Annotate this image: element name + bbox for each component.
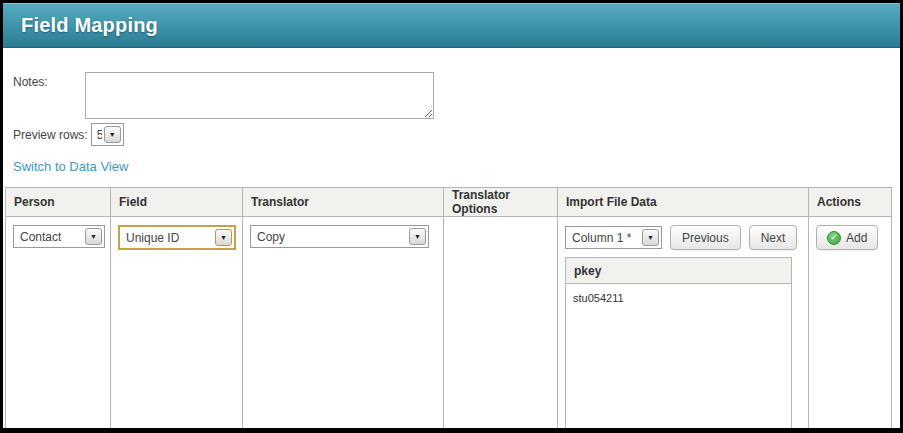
notes-row: Notes:: [13, 72, 896, 119]
import-column-select-value: Column 1 *: [572, 231, 631, 245]
import-controls: Column 1 * Previous Next: [565, 225, 808, 250]
cell-person: Contact: [6, 217, 111, 433]
person-select-value: Contact: [20, 230, 61, 244]
column-header-actions: Actions: [809, 188, 892, 217]
mapping-row: Contact Unique ID Copy: [6, 217, 892, 433]
previous-button[interactable]: Previous: [670, 225, 741, 250]
translator-select-value: Copy: [257, 230, 285, 244]
column-header-field: Field: [111, 188, 243, 217]
add-button-label: Add: [846, 231, 867, 245]
field-mapping-window: Field Mapping Notes: Preview rows: 5 Swi…: [0, 0, 903, 433]
preview-header-row: pkey: [566, 258, 792, 284]
chevron-down-icon: [104, 126, 121, 143]
cell-actions: Add: [809, 217, 892, 433]
preview-column-header: pkey: [566, 258, 792, 284]
page-header: Field Mapping: [3, 3, 900, 48]
cell-field: Unique ID: [111, 217, 243, 433]
preview-rows-row: Preview rows: 5: [13, 123, 896, 146]
preview-value: stu054211: [566, 284, 792, 433]
field-select-value: Unique ID: [126, 231, 179, 245]
add-check-icon: [827, 231, 841, 245]
chevron-down-icon: [642, 229, 659, 246]
page-content: Notes: Preview rows: 5 Switch to Data Vi…: [3, 72, 900, 433]
chevron-down-icon: [85, 228, 102, 245]
table-header-row: Person Field Translator Translator Optio…: [6, 188, 892, 217]
notes-textarea[interactable]: [85, 72, 434, 119]
column-header-translator: Translator: [243, 188, 444, 217]
page-title: Field Mapping: [21, 14, 158, 37]
preview-rows-select[interactable]: 5: [91, 123, 124, 146]
notes-label: Notes:: [13, 72, 85, 89]
preview-rows-label: Preview rows:: [13, 128, 88, 142]
preview-rows-select-value: 5: [97, 128, 102, 142]
column-header-translator-options: Translator Options: [444, 188, 558, 217]
form-area: Notes: Preview rows: 5 Switch to Data Vi…: [5, 72, 896, 175]
person-select[interactable]: Contact: [13, 225, 105, 248]
chevron-down-icon: [215, 229, 232, 246]
translator-select[interactable]: Copy: [250, 225, 429, 248]
next-button[interactable]: Next: [749, 225, 798, 250]
import-column-select[interactable]: Column 1 *: [565, 226, 662, 249]
chevron-down-icon: [409, 228, 426, 245]
add-button[interactable]: Add: [816, 225, 878, 250]
column-header-person: Person: [6, 188, 111, 217]
cell-translator: Copy: [243, 217, 444, 433]
preview-row: stu054211: [566, 284, 792, 433]
cell-translator-options: [444, 217, 558, 433]
cell-import-file-data: Column 1 * Previous Next pkey: [558, 217, 809, 433]
field-mapping-table: Person Field Translator Translator Optio…: [5, 187, 892, 433]
field-select[interactable]: Unique ID: [118, 225, 236, 250]
switch-to-data-view-link[interactable]: Switch to Data View: [13, 159, 128, 174]
column-header-import-file-data: Import File Data: [558, 188, 809, 217]
import-preview-table: pkey stu054211 stu053615 stu053946 stu05…: [565, 257, 792, 433]
